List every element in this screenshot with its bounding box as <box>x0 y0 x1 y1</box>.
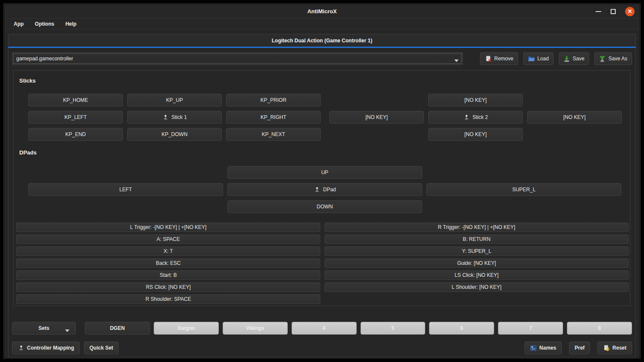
stick2-left-button[interactable]: [NO KEY] <box>329 111 424 124</box>
button-rs-click[interactable]: RS Click: [NO KEY] <box>16 282 320 292</box>
close-icon[interactable]: ✕ <box>625 7 635 16</box>
remove-icon <box>485 55 492 62</box>
quick-set-button[interactable]: Quick Set <box>84 341 119 354</box>
set-tab-7[interactable]: 7 <box>498 322 563 335</box>
reset-label: Reset <box>612 345 626 351</box>
reset-button[interactable]: Reset <box>597 341 632 354</box>
bottom-bar-right: Names Pref <box>525 341 632 354</box>
button-start[interactable]: Start: B <box>16 270 320 280</box>
stick1-label: Stick 1 <box>171 114 187 120</box>
button-x[interactable]: X: T <box>16 246 320 256</box>
bottom-bar-left: Controller Mapping Quick Set <box>12 341 119 354</box>
button-ls-click[interactable]: LS Click: [NO KEY] <box>325 270 629 280</box>
controller-mapping-label: Controller Mapping <box>27 345 74 351</box>
sets-dropdown-label: Sets <box>39 325 49 331</box>
save-button-label: Save <box>573 56 584 62</box>
load-button[interactable]: Load <box>523 52 554 65</box>
set-tab-2[interactable]: Xargon <box>154 322 219 335</box>
window-controls: ✕ <box>596 4 635 18</box>
mapping-panel: Sticks KP_HOME KP_UP KP_PRIOR KP_LEFT <box>13 70 630 306</box>
load-button-label: Load <box>537 56 549 62</box>
dpad-right-button[interactable]: SUPER_L <box>426 183 621 196</box>
joystick-icon <box>18 344 24 351</box>
dpad-down-button[interactable]: DOWN <box>227 200 422 213</box>
button-a[interactable]: A: SPACE <box>16 234 320 244</box>
stick1-up-right-button[interactable]: KP_PRIOR <box>226 94 321 107</box>
dpad-left-button[interactable]: LEFT <box>28 183 223 196</box>
profile-select-value: gamepad.gamecontroller <box>16 56 73 62</box>
save-as-button[interactable]: Save As <box>594 52 632 65</box>
names-label: Names <box>540 345 556 351</box>
button-b[interactable]: B: RETURN <box>325 234 629 244</box>
stick2-grid: [NO KEY] [NO KEY] Stick 2 [N <box>329 94 622 141</box>
remove-button-label: Remove <box>494 56 513 62</box>
dpad-grid: UP LEFT DPad SUPER_L <box>28 166 621 213</box>
button-r-shoulder[interactable]: R Shoulder: SPACE <box>16 294 320 304</box>
stick1-down-left-button[interactable]: KP_END <box>28 128 123 141</box>
set-tab-3[interactable]: Vikings <box>223 322 288 335</box>
save-download-icon <box>564 55 570 62</box>
stick1-down-right-button[interactable]: KP_NEXT <box>226 128 321 141</box>
names-button[interactable]: Names <box>525 341 562 354</box>
chevron-down-icon <box>454 58 459 64</box>
app-window: AntiMicroX ✕ App Options Help Logitech D… <box>4 4 640 358</box>
profile-select[interactable]: gamepad.gamecontroller <box>12 52 463 65</box>
pref-button[interactable]: Pref <box>569 341 590 354</box>
set-tab-1-active[interactable]: DGEN <box>85 322 150 335</box>
stick2-right-button[interactable]: [NO KEY] <box>527 111 622 124</box>
stick1-down-button[interactable]: KP_DOWN <box>127 128 222 141</box>
save-button[interactable]: Save <box>559 52 589 65</box>
chevron-down-icon <box>65 328 69 334</box>
quick-set-label: Quick Set <box>89 345 113 351</box>
joystick-icon <box>313 186 320 193</box>
profile-row: gamepad.gamecontroller <box>12 52 632 65</box>
set-tab-6[interactable]: 6 <box>429 322 494 335</box>
save-as-button-label: Save As <box>608 56 627 62</box>
reset-refresh-icon <box>603 344 610 351</box>
stick1-right-button[interactable]: KP_RIGHT <box>226 111 321 124</box>
stick1-center-button[interactable]: Stick 1 <box>127 111 222 124</box>
button-guide[interactable]: Guide: [NO KEY] <box>325 258 629 268</box>
pref-label: Pref <box>575 345 584 351</box>
minimize-icon[interactable] <box>596 11 601 12</box>
stick2-label: Stick 2 <box>472 114 488 120</box>
stick2-down-button[interactable]: [NO KEY] <box>428 128 523 141</box>
l-trigger-button[interactable]: L Trigger: -[NO KEY] | +[NO KEY] <box>16 223 320 232</box>
dpad-label: DPad <box>323 187 336 193</box>
button-y[interactable]: Y: SUPER_L <box>325 246 629 256</box>
titlebar: AntiMicroX ✕ <box>4 4 640 18</box>
remove-button[interactable]: Remove <box>480 52 518 65</box>
tab-pane: gamepad.gamecontroller <box>8 48 636 357</box>
bottom-bar: Controller Mapping Quick Set <box>12 341 632 354</box>
tab-controller[interactable]: Logitech Dual Action (Game Controller 1) <box>8 34 636 47</box>
names-list-icon <box>530 344 537 351</box>
menu-help[interactable]: Help <box>61 20 81 28</box>
stick2-center-button[interactable]: Stick 2 <box>428 111 523 124</box>
sets-dropdown-button[interactable]: Sets <box>12 322 76 335</box>
menu-options[interactable]: Options <box>30 20 58 28</box>
stick1-up-left-button[interactable]: KP_HOME <box>28 94 123 107</box>
joystick-icon <box>463 114 470 121</box>
maximize-icon[interactable] <box>611 9 616 14</box>
dpad-center-button[interactable]: DPad <box>227 183 422 196</box>
profile-buttons: Remove Load <box>480 52 632 65</box>
stick2-up-button[interactable]: [NO KEY] <box>428 94 523 107</box>
button-l-shoulder[interactable]: L Shoulder: [NO KEY] <box>325 282 629 292</box>
menu-app[interactable]: App <box>9 20 28 28</box>
window-title: AntiMicroX <box>4 4 640 18</box>
stick1-left-button[interactable]: KP_LEFT <box>28 111 123 124</box>
r-trigger-button[interactable]: R Trigger: -[NO KEY] | +[NO KEY] <box>325 223 629 232</box>
menubar: App Options Help <box>4 18 640 30</box>
joystick-icon <box>162 114 169 121</box>
controller-mapping-button[interactable]: Controller Mapping <box>12 341 80 354</box>
stick1-up-button[interactable]: KP_UP <box>127 94 222 107</box>
assignments-left-column: L Trigger: -[NO KEY] | +[NO KEY] A: SPAC… <box>16 223 320 304</box>
assignments-right-column: R Trigger: -[NO KEY] | +[NO KEY] B: RETU… <box>325 223 629 292</box>
button-back[interactable]: Back: ESC <box>16 258 320 268</box>
stick1-grid: KP_HOME KP_UP KP_PRIOR KP_LEFT Stick 1 <box>28 94 321 141</box>
set-tab-8[interactable]: 8 <box>567 322 632 335</box>
set-tab-4[interactable]: 4 <box>292 322 357 335</box>
set-tab-5[interactable]: 5 <box>361 322 426 335</box>
set-bar: Sets DGEN Xargon Vikings 4 5 6 7 8 <box>12 322 632 335</box>
dpad-up-button[interactable]: UP <box>227 166 422 179</box>
